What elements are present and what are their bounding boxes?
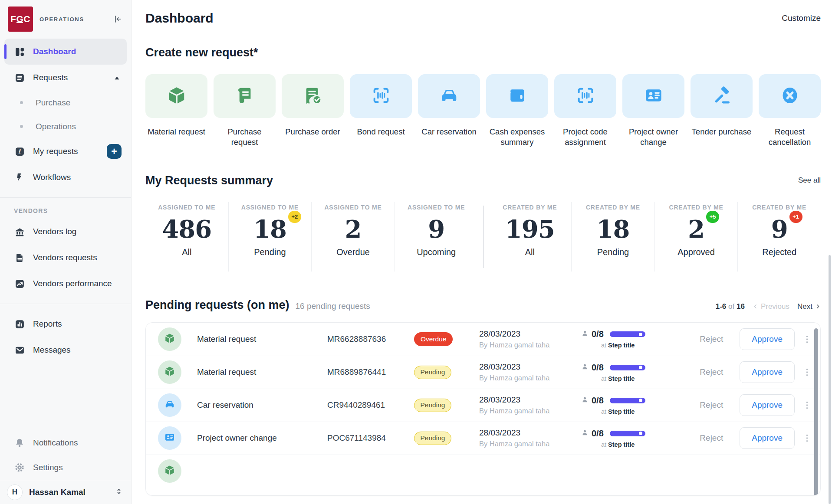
sidebar-item-requests[interactable]: Requests bbox=[0, 65, 131, 91]
tile-tender-purchase[interactable]: Tender purchase bbox=[691, 74, 753, 148]
tile-purchase-order[interactable]: Purchase order bbox=[282, 74, 344, 148]
stat-assigned-upcoming[interactable]: ASSIGNED TO ME 9 Upcoming bbox=[395, 202, 478, 272]
tile-label: Request cancellation bbox=[759, 127, 821, 148]
tile-project-code-assignment[interactable]: Project code assignment bbox=[554, 74, 616, 148]
stat-created-rejected[interactable]: CREATED BY ME 9 +1 Rejected bbox=[738, 202, 821, 272]
more-options-icon[interactable] bbox=[806, 335, 808, 344]
sidebar-item-reports[interactable]: Reports bbox=[0, 311, 131, 337]
package-icon bbox=[164, 333, 175, 346]
id-card-icon bbox=[164, 432, 175, 445]
progress-bar bbox=[610, 431, 645, 436]
stat-badge: +5 bbox=[706, 211, 719, 223]
wallet-icon bbox=[507, 85, 527, 107]
id-card-icon bbox=[644, 85, 664, 107]
tile-label: Cash expenses summary bbox=[486, 127, 548, 148]
bank-icon bbox=[14, 226, 25, 237]
progress-count: 0/8 bbox=[592, 363, 604, 373]
reject-button[interactable]: Reject bbox=[700, 433, 723, 443]
table-row: Project owner change POC671143984 Pendin… bbox=[146, 422, 820, 455]
reject-button[interactable]: Reject bbox=[700, 400, 723, 410]
sidebar-item-vendors-performance[interactable]: Vendors performance bbox=[0, 271, 131, 297]
tile-cash-expenses-summary[interactable]: Cash expenses summary bbox=[486, 74, 548, 148]
more-options-icon[interactable] bbox=[806, 401, 808, 409]
tile-label: Car reservation bbox=[418, 127, 480, 137]
user-menu[interactable]: H Hassan Kamal bbox=[0, 480, 131, 504]
approve-button[interactable]: Approve bbox=[740, 394, 795, 416]
stat-assigned-all[interactable]: ASSIGNED TO ME 486 All bbox=[145, 202, 229, 272]
tile-bond-request[interactable]: Bond request bbox=[350, 74, 412, 148]
customize-button[interactable]: Customize bbox=[782, 13, 821, 23]
sidebar-item-notifications[interactable]: Notifications bbox=[0, 430, 131, 455]
step-prefix: at bbox=[601, 408, 606, 415]
reject-button[interactable]: Reject bbox=[700, 334, 723, 344]
add-request-button[interactable]: + bbox=[107, 144, 122, 159]
tile-material-request[interactable]: Material request bbox=[145, 74, 207, 148]
requests-summary-stats: ASSIGNED TO ME 486 All ASSIGNED TO ME 18… bbox=[145, 202, 821, 272]
brand-header: FGC OPERATIONS bbox=[0, 0, 131, 37]
sidebar-item-my-requests[interactable]: ℓ My requests + bbox=[0, 138, 131, 164]
sidebar-item-operations[interactable]: Operations bbox=[0, 115, 131, 138]
document-check-icon bbox=[303, 85, 323, 107]
chevron-up-down-icon bbox=[115, 487, 122, 497]
approve-button[interactable]: Approve bbox=[740, 427, 795, 449]
tile-car-reservation[interactable]: Car reservation bbox=[418, 74, 480, 148]
progress-count: 0/8 bbox=[592, 396, 604, 406]
previous-page-button[interactable]: Previous bbox=[753, 302, 789, 311]
sidebar-item-label: Requests bbox=[33, 73, 68, 82]
next-page-button[interactable]: Next bbox=[797, 302, 821, 311]
pending-count: 16 pending requests bbox=[296, 301, 716, 311]
status-badge: Pending bbox=[414, 432, 451, 445]
car-icon bbox=[439, 85, 459, 107]
approve-button[interactable]: Approve bbox=[740, 328, 795, 350]
sidebar-item-vendors-log[interactable]: Vendors log bbox=[0, 219, 131, 245]
create-request-tiles: Material request Purchase request Purcha… bbox=[145, 74, 821, 148]
stat-assigned-overdue[interactable]: ASSIGNED TO ME 2 Overdue bbox=[312, 202, 395, 272]
package-icon bbox=[164, 465, 175, 478]
reject-button[interactable]: Reject bbox=[700, 367, 723, 377]
tile-project-owner-change[interactable]: Project owner change bbox=[622, 74, 684, 148]
request-author: By Hamza gamal taha bbox=[479, 407, 581, 415]
fgc-logo: FGC bbox=[8, 7, 33, 32]
sidebar-collapse-icon[interactable] bbox=[113, 14, 122, 24]
approve-button[interactable]: Approve bbox=[740, 361, 795, 383]
gavel-icon bbox=[712, 85, 732, 107]
request-date: 28/03/2023 bbox=[479, 329, 581, 339]
sidebar-item-settings[interactable]: Settings bbox=[0, 455, 131, 480]
divider bbox=[0, 304, 131, 304]
stat-created-approved[interactable]: CREATED BY ME 2 +5 Approved bbox=[655, 202, 738, 272]
page-total: 16 bbox=[737, 302, 745, 311]
sidebar-item-vendors-requests[interactable]: Vendors requests bbox=[0, 245, 131, 271]
sidebar-item-workflows[interactable]: Workflows bbox=[0, 164, 131, 190]
chevron-up-icon[interactable] bbox=[114, 73, 120, 82]
see-all-link[interactable]: See all bbox=[798, 176, 821, 185]
stat-created-pending[interactable]: CREATED BY ME 18 Pending bbox=[572, 202, 655, 272]
sidebar-item-label: My requests bbox=[33, 147, 78, 156]
sidebar-item-dashboard[interactable]: Dashboard bbox=[4, 39, 127, 65]
sidebar-item-label: Settings bbox=[33, 463, 63, 472]
brand-label: OPERATIONS bbox=[39, 16, 113, 23]
request-type-avatar bbox=[158, 360, 181, 384]
sidebar-item-messages[interactable]: Messages bbox=[0, 337, 131, 363]
person-icon bbox=[581, 396, 589, 405]
page-scrollbar[interactable] bbox=[829, 255, 831, 504]
tile-label: Material request bbox=[145, 127, 207, 137]
card-scrollbar[interactable] bbox=[814, 328, 818, 496]
bullet-icon bbox=[20, 125, 23, 128]
more-options-icon[interactable] bbox=[806, 368, 808, 376]
stat-created-all[interactable]: CREATED BY ME 195 All bbox=[489, 202, 572, 272]
stat-assigned-pending[interactable]: ASSIGNED TO ME 18 +2 Pending bbox=[229, 202, 312, 272]
sidebar-item-purchase[interactable]: Purchase bbox=[0, 91, 131, 115]
pending-title: Pending requests (on me) bbox=[145, 298, 289, 312]
stat-value: 9 bbox=[428, 217, 444, 241]
request-author: By Hamza gamal taha bbox=[479, 341, 581, 349]
step-prefix: at bbox=[601, 441, 606, 448]
table-row: Material request MR6889876441 Pending 28… bbox=[146, 356, 820, 389]
request-type-avatar bbox=[158, 426, 181, 450]
tile-request-cancellation[interactable]: Request cancellation bbox=[759, 74, 821, 148]
sidebar-item-label: Notifications bbox=[33, 438, 78, 448]
tile-purchase-request[interactable]: Purchase request bbox=[214, 74, 276, 148]
request-author: By Hamza gamal taha bbox=[479, 440, 581, 448]
more-options-icon[interactable] bbox=[806, 434, 808, 442]
sidebar-item-label: Workflows bbox=[33, 173, 71, 182]
request-title: Project owner change bbox=[197, 433, 327, 443]
